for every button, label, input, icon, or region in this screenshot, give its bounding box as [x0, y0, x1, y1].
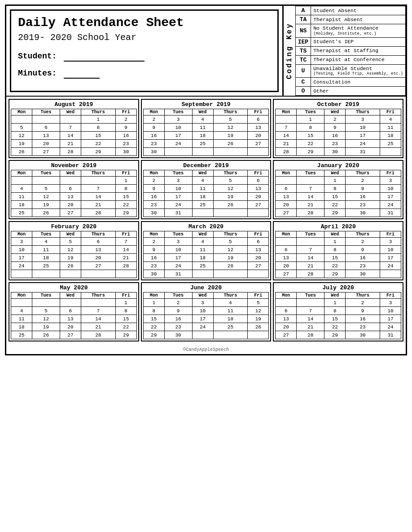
cal-day-cell[interactable]: 25 [11, 331, 32, 339]
cal-day-cell[interactable]: 6 [276, 185, 297, 193]
cal-day-cell[interactable]: 3 [11, 238, 32, 246]
cal-day-cell[interactable]: 7 [297, 185, 324, 193]
cal-day-cell[interactable]: 8 [297, 124, 324, 132]
cal-day-cell[interactable]: 23 [324, 140, 346, 148]
cal-day-cell[interactable]: 27 [248, 140, 269, 148]
cal-day-cell[interactable]: 20 [248, 193, 269, 201]
cal-day-cell[interactable]: 6 [81, 238, 115, 246]
cal-day-cell[interactable]: 2 [143, 115, 164, 124]
cal-day-cell[interactable] [32, 177, 60, 185]
cal-day-cell[interactable] [276, 177, 297, 185]
cal-day-cell[interactable]: 16 [346, 254, 380, 262]
cal-day-cell[interactable]: 28 [60, 148, 81, 156]
cal-day-cell[interactable]: 25 [192, 201, 213, 209]
cal-day-cell[interactable] [213, 148, 248, 156]
cal-day-cell[interactable]: 2 [143, 238, 164, 246]
cal-day-cell[interactable]: 30 [346, 270, 380, 278]
cal-day-cell[interactable] [192, 209, 213, 217]
cal-day-cell[interactable]: 13 [248, 124, 269, 132]
cal-day-cell[interactable]: 5 [248, 299, 269, 307]
cal-day-cell[interactable]: 25 [213, 323, 248, 331]
cal-day-cell[interactable]: 28 [297, 331, 324, 339]
cal-day-cell[interactable]: 29 [115, 331, 136, 339]
cal-day-cell[interactable]: 4 [192, 238, 213, 246]
cal-day-cell[interactable]: 11 [32, 246, 60, 254]
cal-day-cell[interactable]: 30 [143, 270, 164, 278]
cal-day-cell[interactable]: 21 [60, 140, 81, 148]
cal-day-cell[interactable] [164, 148, 192, 156]
cal-day-cell[interactable] [11, 270, 32, 278]
cal-day-cell[interactable] [297, 238, 324, 246]
cal-day-cell[interactable]: 11 [11, 193, 32, 201]
cal-day-cell[interactable]: 17 [380, 315, 401, 323]
cal-day-cell[interactable]: 22 [324, 201, 346, 209]
cal-day-cell[interactable]: 13 [276, 315, 297, 323]
minutes-field[interactable] [64, 69, 100, 79]
cal-day-cell[interactable]: 23 [164, 323, 192, 331]
cal-day-cell[interactable] [248, 209, 269, 217]
cal-day-cell[interactable]: 9 [115, 124, 136, 132]
cal-day-cell[interactable]: 14 [297, 254, 324, 262]
cal-day-cell[interactable]: 18 [32, 254, 60, 262]
cal-day-cell[interactable] [213, 209, 248, 217]
cal-day-cell[interactable]: 24 [164, 201, 192, 209]
cal-day-cell[interactable]: 23 [346, 201, 380, 209]
cal-day-cell[interactable] [192, 148, 213, 156]
student-field[interactable] [64, 52, 145, 62]
cal-day-cell[interactable] [11, 115, 32, 124]
cal-day-cell[interactable] [32, 115, 60, 124]
cal-day-cell[interactable]: 9 [143, 185, 164, 193]
cal-day-cell[interactable]: 2 [324, 115, 346, 124]
cal-day-cell[interactable]: 7 [60, 124, 81, 132]
cal-day-cell[interactable] [32, 299, 60, 307]
cal-day-cell[interactable]: 24 [380, 262, 401, 270]
cal-day-cell[interactable]: 21 [297, 323, 324, 331]
cal-day-cell[interactable] [115, 270, 136, 278]
cal-day-cell[interactable]: 10 [380, 246, 401, 254]
cal-day-cell[interactable]: 11 [192, 246, 213, 254]
cal-day-cell[interactable]: 15 [115, 315, 136, 323]
cal-day-cell[interactable]: 22 [143, 323, 164, 331]
cal-day-cell[interactable]: 8 [324, 246, 346, 254]
cal-day-cell[interactable]: 7 [81, 307, 115, 315]
cal-day-cell[interactable]: 12 [248, 307, 269, 315]
cal-day-cell[interactable]: 7 [297, 307, 324, 315]
cal-day-cell[interactable]: 22 [324, 262, 346, 270]
cal-day-cell[interactable]: 30 [143, 148, 164, 156]
cal-day-cell[interactable]: 20 [81, 254, 115, 262]
cal-day-cell[interactable]: 25 [32, 262, 60, 270]
cal-day-cell[interactable] [32, 270, 60, 278]
cal-day-cell[interactable]: 26 [32, 331, 60, 339]
cal-day-cell[interactable]: 26 [213, 140, 248, 148]
cal-day-cell[interactable]: 22 [297, 140, 324, 148]
cal-day-cell[interactable]: 19 [213, 254, 248, 262]
cal-day-cell[interactable]: 27 [248, 262, 269, 270]
cal-day-cell[interactable]: 15 [324, 254, 346, 262]
cal-day-cell[interactable]: 10 [164, 246, 192, 254]
cal-day-cell[interactable]: 28 [276, 148, 297, 156]
cal-day-cell[interactable]: 20 [32, 140, 60, 148]
cal-day-cell[interactable]: 12 [213, 246, 248, 254]
cal-day-cell[interactable]: 31 [380, 209, 401, 217]
cal-day-cell[interactable]: 16 [346, 315, 380, 323]
cal-day-cell[interactable] [297, 299, 324, 307]
cal-day-cell[interactable] [11, 177, 32, 185]
cal-day-cell[interactable]: 24 [164, 140, 192, 148]
cal-day-cell[interactable]: 22 [115, 201, 136, 209]
cal-day-cell[interactable]: 15 [324, 315, 346, 323]
cal-day-cell[interactable] [276, 115, 297, 124]
cal-day-cell[interactable]: 29 [324, 270, 346, 278]
cal-day-cell[interactable]: 14 [115, 246, 136, 254]
cal-day-cell[interactable]: 21 [297, 201, 324, 209]
cal-day-cell[interactable]: 27 [81, 262, 115, 270]
cal-day-cell[interactable]: 29 [324, 209, 346, 217]
cal-day-cell[interactable]: 1 [81, 115, 115, 124]
cal-day-cell[interactable]: 21 [276, 140, 297, 148]
cal-day-cell[interactable]: 1 [324, 238, 346, 246]
cal-day-cell[interactable] [248, 148, 269, 156]
cal-day-cell[interactable] [213, 331, 248, 339]
cal-day-cell[interactable]: 21 [81, 323, 115, 331]
cal-day-cell[interactable]: 1 [143, 299, 164, 307]
cal-day-cell[interactable]: 17 [164, 193, 192, 201]
cal-day-cell[interactable]: 11 [192, 124, 213, 132]
